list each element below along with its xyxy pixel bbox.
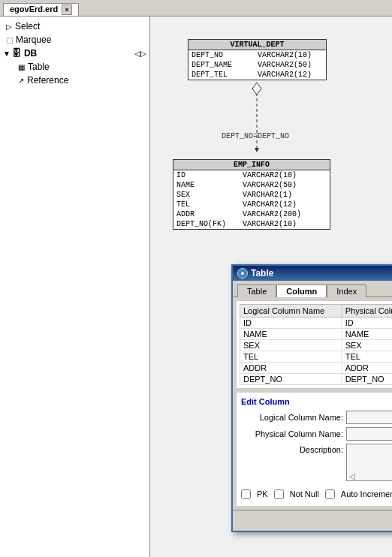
tab-index-label: Index — [336, 287, 357, 296]
col-name: DEPT_NO(FK) — [176, 220, 237, 228]
col-name: NAME — [176, 181, 237, 189]
not-null-checkbox[interactable] — [274, 489, 284, 499]
col-type: VARCHAR2(200) — [243, 210, 327, 218]
sidebar-item-reference[interactable]: ↗ Reference — [0, 74, 149, 87]
table-icon: ▦ — [18, 63, 25, 71]
col-name: ADDR — [176, 210, 237, 218]
checkbox-row: PK Not Null Auto Increment Default Value… — [241, 486, 392, 501]
col-type: VARCHAR2(50) — [258, 61, 323, 69]
table-row[interactable]: TEL TEL VARCHAR2(12) — [240, 351, 393, 363]
description-row: Description: ◁ — [241, 444, 392, 483]
erd-row: TEL VARCHAR2(12) — [173, 200, 330, 209]
col-name: DEPT_NAME — [191, 61, 252, 69]
scroll-left-icon: ◁ — [349, 472, 355, 480]
dialog-icon: ● — [237, 268, 248, 278]
col-type: VARCHAR2(12) — [243, 200, 327, 209]
tab-table[interactable]: Table — [237, 285, 276, 297]
virtual-dept-table: VIRTUAL_DEPT DEPT_NO VARCHAR2(10) DEPT_N… — [188, 39, 327, 80]
col-header-physical: Physical Column Name — [342, 305, 392, 318]
erd-tab[interactable]: egovErd.erd × — [3, 3, 79, 16]
sidebar-item-table[interactable]: ▦ Table — [0, 60, 149, 74]
not-null-label: Not Null — [290, 489, 319, 498]
erd-row: ID VARCHAR2(10) — [173, 170, 330, 180]
col-name: TEL — [176, 200, 237, 209]
sidebar-marquee-label: Marquee — [16, 35, 51, 45]
col-type: VARCHAR2(50) — [243, 181, 327, 189]
sidebar-table-label: Table — [28, 62, 50, 72]
sidebar-item-select[interactable]: ▷ Select — [0, 20, 149, 33]
emp-info-table: EMP_INFO ID VARCHAR2(10) NAME VARCHAR2(5… — [173, 159, 330, 230]
physical-col: ID — [342, 318, 392, 329]
logical-col: ADDR — [240, 363, 342, 374]
dialog-window: ● Table Table Column Index — [231, 264, 392, 532]
tab-column-label: Column — [286, 287, 317, 296]
pk-checkbox[interactable] — [241, 489, 251, 499]
sidebar-reference-label: Reference — [27, 75, 68, 86]
physical-col: DEPT_NO — [342, 374, 392, 385]
col-header-logical: Logical Column Name — [240, 305, 342, 318]
table-row[interactable]: NAME NAME VAR... — [240, 329, 393, 340]
erd-tab-label: egovErd.erd — [10, 5, 58, 14]
erd-row: NAME VARCHAR2(50) — [173, 180, 330, 190]
col-type: VARCHAR2(1) — [243, 191, 327, 199]
select-icon: ▷ — [6, 23, 12, 31]
physical-col: SEX — [342, 340, 392, 351]
relationship-label: DEPT_NO=DEPT_NO — [222, 132, 289, 140]
logical-column-row: Logical Column Name: — [241, 411, 392, 424]
erd-row: DEPT_NO VARCHAR2(10) — [188, 50, 326, 60]
logical-column-label: Logical Column Name: — [241, 413, 346, 422]
auto-increment-label: Auto Increment — [341, 489, 392, 498]
col-name: SEX — [176, 191, 237, 199]
content-area: ▷ Select ⬚ Marquee ▼ 🗄 DB ◁▷ ▦ Table — [0, 17, 392, 557]
db-expand-icon: ▼ — [3, 50, 11, 58]
reference-icon: ↗ — [18, 77, 24, 85]
logical-col: DEPT_NO — [240, 374, 342, 385]
dialog-footer — [233, 510, 392, 531]
logical-column-input[interactable] — [346, 411, 392, 424]
edit-section-title: Edit Column — [241, 397, 392, 406]
db-arrow-icon: ◁▷ — [134, 50, 146, 58]
col-name: ID — [176, 171, 237, 179]
erd-row: DEPT_TEL VARCHAR2(12) — [188, 70, 326, 80]
erd-row: DEPT_NO(FK) VARCHAR2(10) — [173, 219, 330, 229]
col-name: DEPT_NO — [191, 51, 252, 59]
col-name: DEPT_TEL — [191, 71, 252, 79]
tab-close-button[interactable]: × — [62, 5, 72, 15]
svg-marker-1 — [252, 83, 261, 95]
table-row[interactable]: ADDR ADDR VARCHAR2(200) — [240, 363, 393, 374]
logical-col: ID — [240, 318, 342, 329]
relationship-svg — [240, 83, 315, 158]
tab-table-label: Table — [247, 287, 267, 296]
physical-column-input[interactable] — [346, 427, 392, 441]
tab-bar: egovErd.erd × — [0, 0, 392, 17]
sidebar-db-label: DB — [24, 48, 37, 59]
col-type: VARCHAR2(12) — [258, 71, 323, 79]
col-type: VARCHAR2(10) — [243, 171, 327, 179]
marquee-icon: ⬚ — [6, 36, 13, 44]
table-row[interactable]: ID ID VARCHAR2(10) — [240, 318, 393, 329]
sidebar-select-label: Select — [15, 21, 40, 32]
logical-col: SEX — [240, 340, 342, 351]
col-type: VARCHAR2(10) — [243, 220, 327, 228]
dialog-title: Table — [251, 268, 273, 278]
tab-index[interactable]: Index — [327, 285, 366, 297]
physical-col: TEL — [342, 351, 392, 363]
sidebar-item-db[interactable]: ▼ 🗄 DB ◁▷ — [0, 47, 149, 60]
dialog-tabs: Table Column Index — [233, 281, 392, 297]
erd-row: DEPT_NAME VARCHAR2(50) — [188, 60, 326, 70]
edit-column-section: Edit Column Logical Column Name: Physica… — [236, 392, 392, 507]
table-row[interactable]: DEPT_NO DEPT_NO VARCHAR2(10) — [240, 374, 393, 385]
auto-increment-checkbox[interactable] — [325, 489, 335, 499]
physical-col: ADDR — [342, 363, 392, 374]
col-type: VARCHAR2(10) — [258, 51, 323, 59]
canvas-area[interactable]: VIRTUAL_DEPT DEPT_NO VARCHAR2(10) DEPT_N… — [150, 17, 392, 557]
erd-row: ADDR VARCHAR2(200) — [173, 209, 330, 219]
dialog-table-content: Logical Column Name Physical Column Name… — [236, 300, 392, 389]
sidebar: ▷ Select ⬚ Marquee ▼ 🗄 DB ◁▷ ▦ Table — [0, 17, 150, 557]
table-row[interactable]: SEX SEX VARCHAR2(1) — [240, 340, 393, 351]
sidebar-item-marquee[interactable]: ⬚ Marquee — [0, 33, 149, 47]
physical-column-row: Physical Column Name: Type: — [241, 427, 392, 441]
virtual-dept-header: VIRTUAL_DEPT — [188, 40, 326, 50]
tab-column[interactable]: Column — [276, 285, 327, 297]
physical-column-label: Physical Column Name: — [241, 429, 346, 438]
